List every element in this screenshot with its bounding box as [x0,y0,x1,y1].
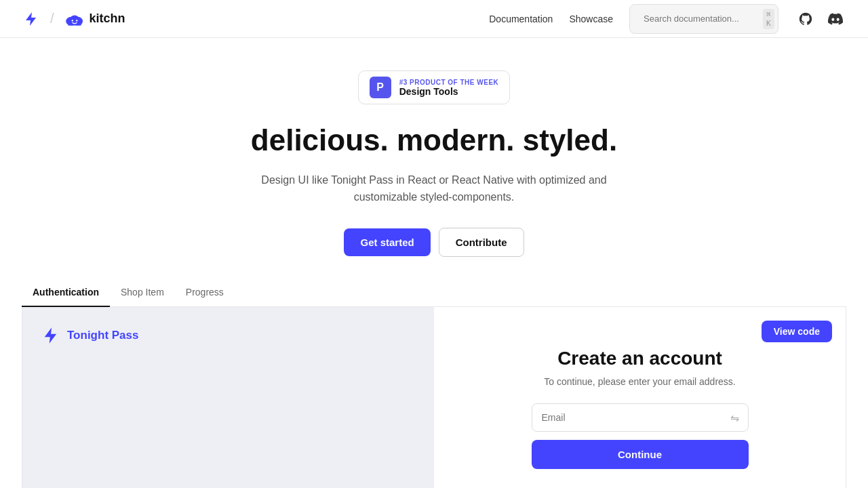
demo-bolt-icon [41,326,60,345]
documentation-link[interactable]: Documentation [489,14,553,24]
svg-point-4 [71,20,73,21]
search-box[interactable]: ⌘ K [629,4,778,34]
badge-category: Design Tools [399,86,458,97]
hero-title: delicious. modern. styled. [251,123,617,158]
demo-brand-logo: Tonight Pass [41,326,415,345]
tab-authentication[interactable]: Authentication [22,279,110,307]
tabs-nav: Authentication Shop Item Progress [22,279,846,307]
continue-button[interactable]: Continue [532,440,749,469]
kitchn-brand-text: kitchn [90,12,125,26]
demo-brand-name: Tonight Pass [67,329,138,342]
badge-text: #3 PRODUCT OF THE WEEK Design Tools [399,79,499,97]
contribute-button[interactable]: Contribute [439,228,524,257]
cloud-icon [64,11,85,27]
email-icon: ⇋ [730,411,739,424]
badge-p-letter: P [370,77,391,98]
github-icon[interactable] [795,8,816,30]
hero-section: P #3 PRODUCT OF THE WEEK Design Tools de… [0,38,868,279]
demo-panel: Tonight Pass View code Create an account… [22,307,846,488]
search-input[interactable] [644,14,757,24]
header: / kitchn Documentation Showcase [0,0,868,38]
showcase-link[interactable]: Showcase [569,14,613,24]
badge-rank: #3 PRODUCT OF THE WEEK [399,79,499,86]
header-nav: Documentation Showcase ⌘ K [489,4,846,34]
email-input[interactable] [532,403,749,432]
tab-shop-item[interactable]: Shop Item [110,279,175,307]
svg-point-5 [76,20,77,21]
create-account-title: Create an account [557,348,722,369]
email-input-wrapper: ⇋ [532,403,749,432]
discord-icon[interactable] [825,8,846,30]
hero-buttons: Get started Contribute [344,228,524,257]
get-started-button[interactable]: Get started [344,228,430,256]
create-account-desc: To continue, please enter your email add… [544,376,736,387]
tab-progress[interactable]: Progress [175,279,235,307]
logo-link[interactable]: / kitchn [22,9,125,28]
logo-separator: / [50,11,54,26]
kitchn-logo: kitchn [64,11,125,27]
tabs-section: Authentication Shop Item Progress Tonigh… [0,279,868,488]
view-code-button[interactable]: View code [762,321,832,342]
product-hunt-badge: P #3 PRODUCT OF THE WEEK Design Tools [358,70,511,104]
search-shortcut: ⌘ K [763,9,774,29]
hero-description: Design UI like Tonight Pass in React or … [231,171,637,206]
demo-left-panel: Tonight Pass [22,307,434,488]
header-icons [795,8,846,30]
demo-right-panel: View code Create an account To continue,… [434,307,846,488]
bolt-icon [22,9,41,28]
